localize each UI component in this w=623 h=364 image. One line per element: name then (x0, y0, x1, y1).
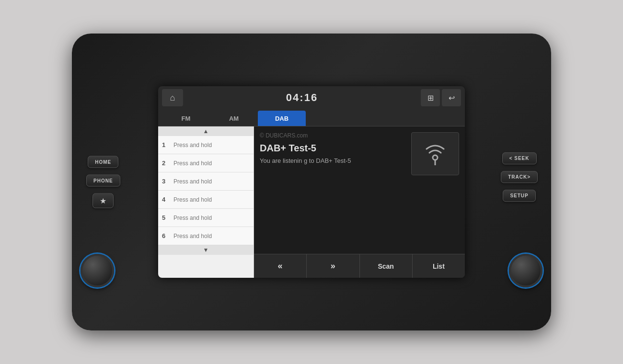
svg-point-0 (433, 155, 438, 160)
bottom-controls: « » Scan List (254, 254, 465, 278)
prev-button[interactable]: « (254, 254, 307, 278)
left-knob[interactable] (81, 254, 114, 287)
scan-button[interactable]: Scan (360, 254, 413, 278)
preset-item-1[interactable]: 1 Press and hold (158, 136, 254, 154)
station-text: © DUBICARS.com DAB+ Test-5 You are liste… (260, 132, 405, 248)
preset-label-2: Press and hold (173, 160, 212, 167)
list-button[interactable]: List (413, 254, 465, 278)
tab-dab[interactable]: DAB (258, 111, 306, 126)
preset-item-4[interactable]: 4 Press and hold (158, 191, 254, 209)
car-panel: HOME PHONE ★ ⌂ 04:16 ⊞ ↩ FM AM DAB ▲ 1 (72, 34, 551, 330)
preset-label-6: Press and hold (173, 233, 212, 239)
preset-num-1: 1 (162, 141, 170, 148)
setup-button[interactable]: SETUP (503, 190, 535, 202)
home-button[interactable]: HOME (88, 156, 118, 168)
station-description: You are listenin g to DAB+ Test-5 (260, 157, 405, 165)
phone-button[interactable]: PHONE (86, 175, 120, 187)
tab-fm[interactable]: FM (162, 111, 210, 126)
preset-num-5: 5 (162, 214, 170, 221)
preset-num-2: 2 (162, 159, 170, 167)
favorite-button[interactable]: ★ (92, 193, 114, 208)
main-content: ▲ 1 Press and hold 2 Press and hold 3 Pr… (158, 126, 465, 278)
preset-num-4: 4 (162, 196, 170, 203)
preset-label-5: Press and hold (173, 215, 212, 221)
antenna-icon (421, 139, 450, 168)
preset-label-4: Press and hold (173, 196, 212, 203)
track-button[interactable]: TRACK> (501, 171, 538, 183)
scroll-down-arrow[interactable]: ▼ (158, 245, 254, 255)
seek-button[interactable]: < SEEK (502, 152, 537, 164)
station-icon (411, 132, 459, 175)
grid-button[interactable]: ⊞ (421, 89, 440, 106)
scroll-up-arrow[interactable]: ▲ (158, 126, 254, 136)
preset-num-6: 6 (162, 232, 170, 239)
left-button-group: HOME PHONE ★ (86, 156, 120, 208)
time-display: 04:16 (185, 91, 419, 104)
right-knob[interactable] (509, 254, 542, 287)
next-button[interactable]: » (307, 254, 359, 278)
infotainment-screen: ⌂ 04:16 ⊞ ↩ FM AM DAB ▲ 1 Press and hold… (158, 86, 465, 278)
top-bar: ⌂ 04:16 ⊞ ↩ (158, 86, 465, 109)
preset-label-3: Press and hold (173, 178, 212, 185)
preset-label-1: Press and hold (173, 142, 212, 148)
preset-item-2[interactable]: 2 Press and hold (158, 154, 254, 172)
preset-list: ▲ 1 Press and hold 2 Press and hold 3 Pr… (158, 126, 254, 278)
tab-bar: FM AM DAB (158, 109, 465, 126)
station-name: DAB+ Test-5 (260, 143, 405, 154)
preset-item-3[interactable]: 3 Press and hold (158, 172, 254, 191)
watermark: © DUBICARS.com (260, 132, 405, 139)
tab-am[interactable]: AM (210, 111, 258, 126)
preset-num-3: 3 (162, 178, 170, 185)
preset-item-5[interactable]: 5 Press and hold (158, 209, 254, 227)
right-button-group: < SEEK TRACK> SETUP (501, 152, 538, 202)
station-top: © DUBICARS.com DAB+ Test-5 You are liste… (254, 126, 465, 254)
back-button[interactable]: ↩ (442, 89, 461, 106)
home-icon-button[interactable]: ⌂ (162, 89, 183, 106)
preset-item-6[interactable]: 6 Press and hold (158, 227, 254, 245)
station-info: © DUBICARS.com DAB+ Test-5 You are liste… (254, 126, 465, 278)
